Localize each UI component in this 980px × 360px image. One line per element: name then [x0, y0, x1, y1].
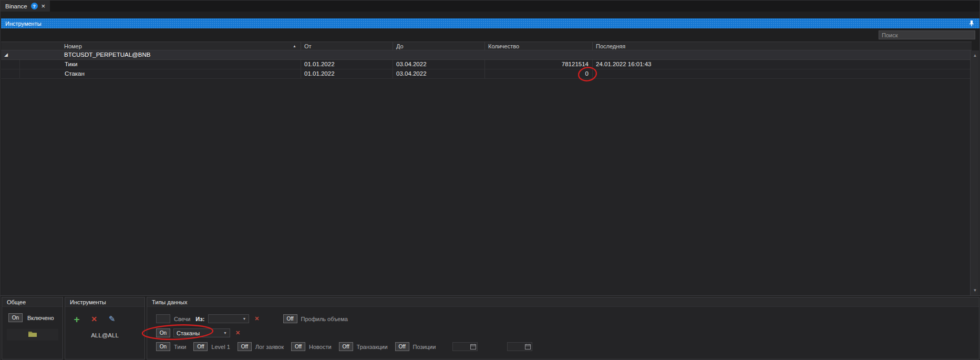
- table-group-row[interactable]: ◢ BTCUSDT_PERPETUAL@BNB: [1, 50, 972, 60]
- level1-toggle[interactable]: Off: [193, 342, 208, 351]
- cell-name: Стакан: [19, 69, 301, 79]
- expander-icon[interactable]: ◢: [4, 53, 8, 57]
- column-header-to[interactable]: До: [393, 42, 484, 51]
- panel-header[interactable]: Инструменты: [1, 18, 979, 28]
- news-toggle[interactable]: Off: [291, 342, 305, 351]
- enabled-toggle[interactable]: On: [8, 313, 23, 322]
- candles-row: Свечи Из: ▼ ✕ Off Профиль объема: [156, 314, 348, 323]
- column-header-number[interactable]: Номер: [1, 42, 301, 51]
- pin-icon[interactable]: [968, 20, 975, 28]
- transactions-label: Транзакции: [357, 344, 388, 350]
- table-header-row: Номер ▲ От До Количество Последняя: [1, 42, 972, 50]
- enabled-label: Включено: [27, 315, 54, 321]
- candles-label: Свечи: [174, 316, 190, 322]
- remove-candles-icon[interactable]: ✕: [254, 315, 259, 322]
- chevron-down-icon: ▼: [238, 317, 246, 321]
- volume-profile-label: Профиль объема: [301, 316, 348, 322]
- column-header-count[interactable]: Количество: [484, 42, 592, 51]
- instruments-groupbox: Инструменты + ✕ ✎ ALL@ALL: [65, 297, 145, 359]
- search-input[interactable]: [879, 30, 975, 39]
- pencil-icon: ✎: [109, 314, 116, 324]
- app-window: Binance ? × Инструменты Номер ▲ От До Ко…: [0, 0, 980, 360]
- candles-source-combo[interactable]: ▼: [208, 314, 249, 323]
- edit-instrument-button[interactable]: ✎: [105, 313, 119, 325]
- column-header-from[interactable]: От: [301, 42, 393, 51]
- tab-title: Binance: [5, 3, 27, 9]
- candles-toggle[interactable]: [156, 314, 170, 323]
- cell-to: 03.04.2022: [393, 60, 484, 69]
- ticks-toggle[interactable]: On: [156, 342, 170, 351]
- orderbooks-value: Стаканы: [177, 330, 200, 336]
- delete-instrument-button[interactable]: ✕: [87, 313, 101, 325]
- positions-toggle[interactable]: Off: [395, 342, 409, 351]
- general-title: Общее: [2, 297, 63, 307]
- toolbar: [1, 28, 979, 42]
- volume-profile-toggle[interactable]: Off: [283, 314, 297, 323]
- level1-label: Level 1: [211, 344, 230, 350]
- group-row-label: BTCUSDT_PERPETUAL@BNB: [64, 52, 150, 58]
- remove-orderbooks-icon[interactable]: ✕: [235, 330, 240, 336]
- news-label: Новости: [309, 344, 332, 350]
- orderlog-toggle[interactable]: Off: [238, 342, 252, 351]
- calendar-icon: [525, 342, 531, 352]
- cell-name: Тики: [19, 60, 301, 69]
- table-row[interactable]: Стакан 01.01.2022 03.04.2022 0: [1, 69, 972, 79]
- ticks-label: Тики: [174, 344, 186, 350]
- plus-icon: +: [74, 314, 79, 324]
- cell-from: 01.01.2022: [301, 69, 393, 79]
- scroll-down-icon[interactable]: ▼: [971, 286, 979, 294]
- datatype-toggles-row: On Тики Off Level 1 Off Лог заявок Off Н…: [156, 342, 532, 351]
- tab-bar: Binance ? ×: [1, 1, 979, 12]
- column-header-last[interactable]: Последняя: [592, 42, 972, 51]
- table-row[interactable]: Тики 01.01.2022 03.04.2022 78121514 24.0…: [1, 60, 972, 69]
- cell-from: 01.01.2022: [301, 60, 393, 69]
- cell-last: 24.01.2022 16:01:43: [592, 60, 972, 69]
- sort-asc-icon: ▲: [293, 44, 296, 48]
- calendar-icon: [470, 342, 476, 352]
- orderbooks-combo[interactable]: Стаканы ▼: [173, 328, 230, 337]
- tab-binance[interactable]: Binance ? ×: [1, 1, 50, 12]
- date-to-field[interactable]: [507, 342, 532, 351]
- scroll-up-icon[interactable]: ▲: [971, 52, 979, 59]
- positions-label: Позиции: [413, 344, 436, 350]
- from-label: Из:: [195, 316, 204, 322]
- orderbooks-toggle[interactable]: On: [156, 328, 170, 337]
- orderbooks-row: On Стаканы ▼ ✕: [156, 328, 240, 337]
- orderlog-label: Лог заявок: [255, 344, 284, 350]
- cell-count: 0: [484, 69, 592, 79]
- vertical-scrollbar[interactable]: ▲ ▼: [970, 50, 979, 295]
- add-instrument-button[interactable]: +: [70, 313, 84, 325]
- delete-icon: ✕: [91, 315, 97, 323]
- close-icon[interactable]: ×: [42, 3, 46, 9]
- folder-icon: [28, 330, 37, 340]
- instruments-table: Номер ▲ От До Количество Последняя ◢ BTC…: [1, 42, 972, 295]
- settings-strip: Общее On Включено Инструменты + ✕: [1, 295, 980, 360]
- date-from-field[interactable]: [452, 342, 478, 351]
- chevron-down-icon: ▼: [219, 331, 227, 335]
- open-folder-button[interactable]: [7, 329, 58, 341]
- cell-last: [592, 69, 972, 79]
- cell-to: 03.04.2022: [393, 69, 484, 79]
- general-groupbox: Общее On Включено: [2, 297, 63, 359]
- transactions-toggle[interactable]: Off: [339, 342, 353, 351]
- help-icon[interactable]: ?: [31, 3, 38, 9]
- datatypes-title: Типы данных: [147, 297, 979, 307]
- instruments-title: Инструменты: [65, 297, 145, 307]
- panel-title: Инструменты: [5, 20, 42, 27]
- instrument-selection-label: ALL@ALL: [65, 332, 145, 338]
- datatypes-groupbox: Типы данных Свечи Из: ▼ ✕ Off Профиль об…: [147, 297, 979, 359]
- cell-count: 78121514: [484, 60, 592, 69]
